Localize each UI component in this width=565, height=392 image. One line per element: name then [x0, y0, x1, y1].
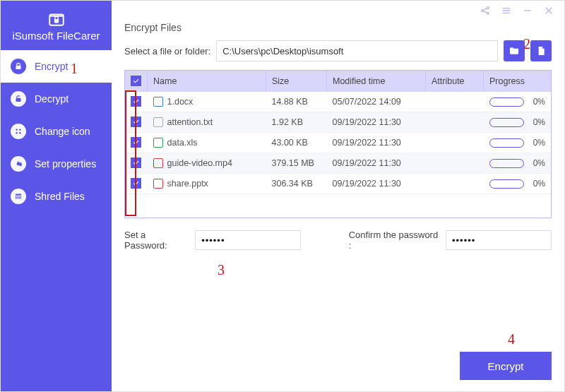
- set-password-input[interactable]: [195, 230, 301, 250]
- file-size: 1.92 KB: [266, 112, 327, 133]
- file-type-icon: [153, 179, 163, 189]
- row-checkbox[interactable]: [131, 158, 141, 168]
- shred-icon: [11, 189, 26, 204]
- file-type-icon: [153, 97, 163, 107]
- file-modified: 09/19/2022 11:30: [327, 174, 426, 194]
- row-checkbox[interactable]: [131, 117, 141, 127]
- file-table: Name Size Modified time Attribute Progre…: [124, 70, 552, 218]
- table-row[interactable]: attention.txt1.92 KB09/19/2022 11:300%: [125, 112, 551, 133]
- col-header-size[interactable]: Size: [266, 71, 327, 92]
- file-attribute: [426, 174, 484, 194]
- sidebar-item-change-icon[interactable]: Change icon: [1, 115, 112, 148]
- app-title: iSumsoft FileCarer: [12, 30, 100, 42]
- file-type-icon: [153, 138, 163, 148]
- app-logo-icon: [47, 10, 66, 28]
- svg-point-11: [487, 13, 489, 15]
- file-attribute: [426, 153, 484, 174]
- menu-icon[interactable]: [501, 5, 512, 16]
- progress-percent: 0%: [528, 97, 545, 107]
- sidebar-nav: Encrypt Decrypt Change icon Set properti…: [1, 50, 112, 213]
- svg-point-5: [19, 129, 21, 131]
- svg-rect-8: [16, 194, 21, 196]
- file-modified: 09/19/2022 11:30: [327, 153, 426, 174]
- main-area: Encrypt Files Select a file or folder: N: [112, 1, 564, 391]
- select-all-checkbox[interactable]: [125, 71, 148, 92]
- path-input[interactable]: [216, 40, 498, 61]
- close-icon[interactable]: [543, 5, 554, 16]
- file-type-icon: [153, 117, 163, 127]
- table-row[interactable]: 1.docx14.88 KB05/07/2022 14:090%: [125, 92, 551, 112]
- table-row[interactable]: share.pptx306.34 KB09/19/2022 11:300%: [125, 174, 551, 194]
- file-size: 14.88 KB: [266, 92, 327, 112]
- file-name: share.pptx: [167, 179, 208, 189]
- browse-file-button[interactable]: [530, 40, 552, 61]
- file-name: attention.txt: [167, 117, 213, 127]
- table-row[interactable]: guide-video.mp4379.15 MB09/19/2022 11:30…: [125, 153, 551, 174]
- file-size: 379.15 MB: [266, 153, 327, 174]
- file-size: 43.00 KB: [266, 133, 327, 153]
- svg-rect-3: [16, 98, 21, 102]
- progress-percent: 0%: [528, 117, 545, 127]
- sidebar-item-label: Decrypt: [35, 93, 69, 105]
- browse-folder-button[interactable]: [504, 40, 525, 61]
- sidebar-item-set-properties[interactable]: Set properties: [1, 148, 112, 180]
- progress-percent: 0%: [528, 138, 545, 148]
- sidebar-item-encrypt[interactable]: Encrypt: [1, 50, 112, 83]
- minimize-icon[interactable]: [522, 5, 533, 16]
- progress-bar: [489, 179, 525, 189]
- section-title: Encrypt Files: [124, 22, 552, 33]
- row-checkbox[interactable]: [131, 137, 141, 148]
- svg-point-9: [482, 10, 484, 12]
- sidebar-item-shred-files[interactable]: Shred Files: [1, 180, 112, 213]
- row-checkbox[interactable]: [131, 178, 141, 189]
- sidebar-item-label: Shred Files: [35, 191, 85, 202]
- sidebar-item-decrypt[interactable]: Decrypt: [1, 83, 112, 115]
- col-header-attribute[interactable]: Attribute: [426, 71, 484, 92]
- col-header-name[interactable]: Name: [148, 71, 266, 92]
- progress-bar: [489, 118, 525, 127]
- grid-icon: [11, 124, 26, 139]
- svg-point-7: [19, 132, 21, 134]
- progress-percent: 0%: [528, 179, 545, 189]
- confirm-password-input[interactable]: [446, 230, 552, 250]
- row-checkbox[interactable]: [131, 96, 141, 107]
- svg-point-10: [487, 7, 489, 9]
- sidebar: iSumsoft FileCarer Encrypt Decrypt Chang…: [1, 1, 112, 391]
- progress-percent: 0%: [528, 158, 545, 168]
- file-attribute: [426, 112, 484, 133]
- lock-icon: [11, 59, 26, 74]
- sidebar-item-label: Change icon: [35, 126, 90, 137]
- file-type-icon: [153, 158, 163, 168]
- window-titlebar: [112, 1, 564, 20]
- svg-rect-1: [54, 19, 59, 23]
- file-modified: 09/19/2022 11:30: [327, 112, 426, 133]
- col-header-modified[interactable]: Modified time: [327, 71, 426, 92]
- path-label: Select a file or folder:: [124, 46, 210, 57]
- progress-bar: [489, 138, 525, 148]
- file-attribute: [426, 92, 484, 112]
- file-modified: 09/19/2022 11:30: [327, 133, 426, 153]
- file-name: 1.docx: [167, 97, 194, 107]
- confirm-password-label: Confirm the password :: [349, 230, 439, 251]
- progress-bar: [489, 97, 525, 107]
- col-header-progress[interactable]: Progress: [484, 71, 552, 92]
- file-name: data.xls: [167, 138, 198, 148]
- share-icon[interactable]: [480, 5, 491, 16]
- unlock-icon: [11, 91, 26, 107]
- svg-rect-2: [16, 66, 21, 69]
- table-row[interactable]: data.xls43.00 KB09/19/2022 11:300%: [125, 133, 551, 153]
- gear-icon: [11, 156, 26, 172]
- sidebar-item-label: Encrypt: [35, 61, 68, 72]
- app-logo-area: iSumsoft FileCarer: [1, 1, 112, 50]
- file-attribute: [426, 133, 484, 153]
- sidebar-item-label: Set properties: [35, 158, 96, 170]
- file-name: guide-video.mp4: [167, 158, 232, 168]
- svg-point-4: [16, 129, 18, 131]
- progress-bar: [489, 159, 525, 168]
- encrypt-button[interactable]: Encrypt: [460, 352, 552, 380]
- file-size: 306.34 KB: [266, 174, 327, 194]
- file-modified: 05/07/2022 14:09: [327, 92, 426, 112]
- svg-point-6: [16, 132, 18, 134]
- set-password-label: Set a Password:: [124, 230, 188, 251]
